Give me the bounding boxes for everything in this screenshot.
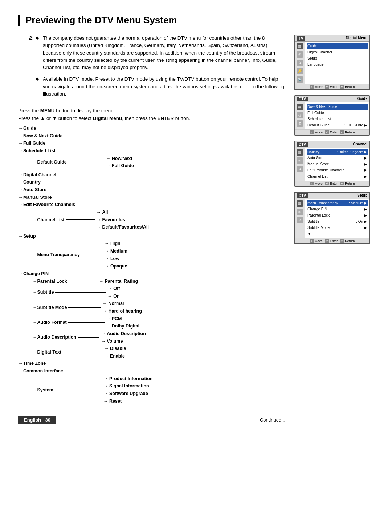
tree-default-guide: →Default Guide → Now/Next → Full Guide (18, 155, 285, 170)
dtv-setup-screen: DTV Setup ▦ ◎ ⚙ Menu Transparency: Mediu… (294, 192, 370, 244)
tree-manual-store: →Manual Store (18, 194, 285, 201)
screen3-channel: DTV (297, 142, 308, 147)
screen4-icon-2: ◎ (297, 209, 303, 215)
intro-block: ≥ The company does not guarantee the nor… (18, 35, 285, 102)
content-area: ≥ The company does not guarantee the nor… (18, 35, 374, 424)
tree-full-guide: →Full Guide (18, 140, 285, 147)
tree-digital-text: →Digital Text → Disable → Enable (18, 345, 285, 360)
tree-setup-root: →Setup (18, 233, 285, 240)
tree-auto-store: →Auto Store (18, 186, 285, 194)
screen1-title: Digital Menu (346, 36, 367, 41)
screen1-item-guide: Guide (307, 43, 368, 49)
screen4-btn-enter: ↵ Enter (325, 239, 338, 243)
right-column: TV Digital Menu ▦ ◎ ⚙ 🔑 📡 Guide Digital … (294, 35, 374, 424)
bullet-1: The company does not guarantee the norma… (36, 35, 285, 71)
screen1-icon-3: ⚙ (297, 60, 303, 66)
screen3-btn-enter: ↵ Enter (325, 182, 338, 185)
screen3-icons: ▦ ◎ ⚙ (295, 148, 305, 181)
tree-common-interface: →Common Interface (18, 367, 285, 375)
screen4-menu: Menu Transparency: Medium ▶ Change PIN▶ … (305, 199, 369, 238)
screen3-btn-return: ↩ Return (340, 182, 355, 185)
screen3-item-channel-list: Channel List▶ (307, 173, 368, 180)
screen2-menu: Now & Next Guide Full Guide Scheduled Li… (305, 102, 369, 129)
tree-guide-root: →Guide (18, 125, 285, 132)
screen2-item-scheduled: Scheduled List (307, 116, 368, 122)
screen4-icon-3: ⚙ (297, 217, 303, 223)
screen1-body: ▦ ◎ ⚙ 🔑 📡 Guide Digital Channel Setup La… (295, 42, 369, 84)
tree-scheduled-list: →Scheduled List (18, 147, 285, 155)
tree-channel-list: →Channel List → All → Favourites → Defau… (18, 209, 285, 231)
screen1-item-setup: Setup (307, 55, 368, 61)
screen1-channel: TV (297, 36, 305, 41)
tree-subtitle: →Subtitle → Off → On (18, 285, 285, 300)
english-badge: English - 30 (18, 416, 56, 424)
tree-country: →Country (18, 178, 285, 186)
screen2-icon-3: ⚙ (297, 120, 303, 127)
screen2-item-now-next: Now & Next Guide (307, 104, 368, 110)
screen2-header: DTV Guide (295, 96, 369, 102)
screen3-item-manual-store: Manual Store▶ (307, 161, 368, 167)
screen1-menu: Guide Digital Channel Setup Language (305, 42, 369, 84)
screen2-title: Guide (357, 97, 367, 101)
screen1-btn-return: ↩ Return (340, 85, 355, 89)
continued-text: Continued... (260, 417, 285, 423)
screen1-header: TV Digital Menu (295, 35, 369, 42)
screen3-header: DTV Channel (295, 141, 369, 148)
screen2-btn-enter: ↵ Enter (325, 130, 338, 134)
screen3-btn-move: ↕ Move (310, 182, 323, 185)
dtv-guide-screen: DTV Guide ▦ ◎ ⚙ Now & Next Guide Full Gu… (294, 95, 370, 136)
tree-time-zone: →Time Zone (18, 360, 285, 367)
screen4-item-parental-lock: Parental Lock▶ (307, 212, 368, 218)
screen1-btn-enter: ↵ Enter (325, 85, 338, 89)
screen3-menu: Country: United Kingdom ▶ Auto Store▶ Ma… (305, 148, 369, 181)
screen2-item-full-guide: Full Guide (307, 110, 368, 116)
screen3-item-auto-store: Auto Store▶ (307, 155, 368, 161)
screen1-icon-4: 🔑 (297, 68, 303, 74)
screen2-icons: ▦ ◎ ⚙ (295, 102, 305, 129)
screen4-title: Setup (357, 193, 367, 198)
screen4-item-subtitle-mode: Subtitle Mode▶ (307, 225, 368, 231)
screen1-icon-5: 📡 (297, 76, 303, 83)
screen4-icon-1: ▦ (297, 200, 303, 207)
dtv-channel-screen: DTV Channel ▦ ◎ ⚙ Country: United Kingdo… (294, 141, 370, 187)
screen4-item-change-pin: Change PIN▶ (307, 206, 368, 212)
screen3-icon-1: ▦ (297, 149, 303, 156)
screen4-body: ▦ ◎ ⚙ Menu Transparency: Medium ▶ Change… (295, 199, 369, 238)
screen3-icon-3: ⚙ (297, 166, 303, 172)
screen2-icon-2: ◎ (297, 112, 303, 118)
tree-diagram: →Guide →Now & Next Guide →Full Guide →Sc… (18, 125, 285, 405)
press-menu-line: Press the MENU button to display the men… (18, 108, 285, 113)
arrow-symbol: ≥ (29, 34, 33, 41)
tree-digital-channel-root: →Digital Channel (18, 171, 285, 179)
screen4-btn-move: ↕ Move (310, 239, 323, 243)
screen2-item-default-guide: Default Guide: Full Guide ▶ (307, 122, 368, 128)
screen4-btn-return: ↩ Return (340, 239, 355, 243)
screen1-icon-2: ◎ (297, 51, 303, 58)
tree-system: →System → Product Information → Signal I… (18, 375, 285, 405)
screen1-item-language: Language (307, 61, 368, 68)
screen1-btn-move: ↕ Move (310, 85, 323, 89)
screen3-item-country: Country: United Kingdom ▶ (307, 149, 368, 155)
tree-menu-transparency: →Menu Transparency → High → Medium → Low… (18, 240, 285, 270)
screen1-footer: ↕ Move ↵ Enter ↩ Return (295, 84, 369, 89)
screen4-footer: ↕ Move ↵ Enter ↩ Return (295, 238, 369, 243)
screen2-icon-1: ▦ (297, 104, 303, 110)
screen2-channel: DTV (297, 97, 308, 101)
bullet-2: Available in DTV mode. Preset to the DTV… (36, 76, 285, 98)
tree-change-pin: →Change PIN (18, 270, 285, 278)
screen2-btn-return: ↩ Return (340, 130, 355, 134)
tree-parental-lock: →Parental Lock → Parental Rating (18, 278, 285, 285)
left-column: ≥ The company does not guarantee the nor… (18, 35, 285, 424)
page-footer: English - 30 Continued... (18, 416, 285, 424)
tree-audio-format: →Audio Format → PCM → Dolby Digital (18, 315, 285, 330)
press-select-line: Press the ▲ or ▼ button to select Digita… (18, 116, 285, 121)
tree-now-next-guide: →Now & Next Guide (18, 132, 285, 140)
screen4-channel: DTV (297, 193, 308, 198)
tree-audio-description: →Audio Description → Audio Description →… (18, 330, 285, 345)
screen1-icons: ▦ ◎ ⚙ 🔑 📡 (295, 42, 305, 84)
screen3-item-edit-fav: Edit Favourite Channels▶ (307, 167, 368, 173)
screen4-icons: ▦ ◎ ⚙ (295, 199, 305, 238)
screen4-header: DTV Setup (295, 193, 369, 199)
screen4-item-more: ▼ (307, 231, 368, 237)
screen1-icon-1: ▦ (297, 43, 303, 49)
